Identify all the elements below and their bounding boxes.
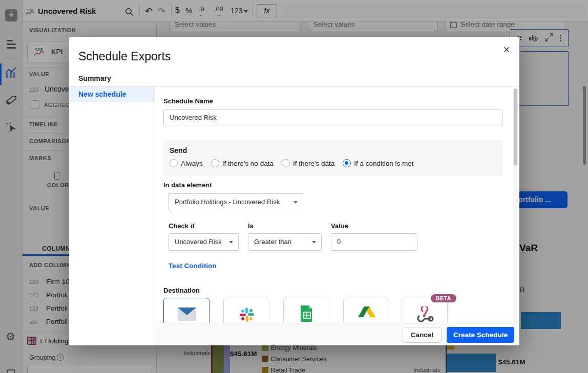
in-data-element-label: In data element (163, 181, 212, 189)
radio-label[interactable]: If a condition is met (354, 160, 413, 167)
radio-label[interactable]: Always (181, 160, 203, 167)
send-section: Send Always If there's no data If there'… (163, 140, 502, 176)
send-label: Send (170, 146, 187, 155)
beta-badge: BETA (431, 294, 456, 302)
create-schedule-button[interactable]: Create Schedule (447, 327, 514, 343)
close-icon[interactable]: ✕ (500, 44, 513, 56)
check-if-select[interactable]: Uncovered Risk (169, 233, 239, 251)
schedule-name-input[interactable]: Uncovered Risk (163, 109, 502, 125)
radio-label[interactable]: If there's data (293, 160, 334, 167)
summary-label: Summary (78, 74, 111, 82)
modal-sidebar: New schedule (69, 86, 155, 345)
schedule-exports-modal: Schedule Exports ✕ Summary New schedule … (69, 37, 519, 345)
schedule-name-label: Schedule Name (163, 97, 213, 105)
modal-scrollbar-thumb[interactable] (514, 89, 517, 165)
is-label: Is (248, 222, 254, 230)
radio-condition-met[interactable] (343, 159, 351, 167)
modal-content: Schedule Name Uncovered Risk Send Always… (155, 86, 519, 345)
data-element-select[interactable]: Portfolio Holdings - Uncovered Risk (169, 193, 303, 210)
slack-icon (239, 306, 255, 323)
sidebar-item-new-schedule[interactable]: New schedule (69, 86, 155, 102)
is-select[interactable]: Greater than (248, 233, 322, 251)
value-input[interactable]: 0 (331, 233, 417, 251)
email-icon (178, 308, 196, 321)
modal-title: Schedule Exports (78, 50, 171, 63)
value-label: Value (331, 222, 348, 230)
test-condition-link[interactable]: Test Condition (169, 262, 217, 270)
google-sheets-icon (301, 305, 313, 322)
radio-no-data[interactable] (211, 159, 219, 167)
google-drive-icon (358, 306, 375, 322)
modal-footer: Cancel Create Schedule (155, 323, 519, 345)
send-radio-group: Always If there's no data If there's dat… (170, 159, 497, 167)
cancel-button[interactable]: Cancel (403, 327, 442, 343)
check-if-label: Check if (169, 222, 195, 230)
app-screen: + ⚙ (0, 0, 588, 373)
destination-label: Destination (163, 287, 200, 294)
sidebar-item-label: New schedule (78, 90, 126, 98)
radio-always[interactable] (170, 159, 178, 167)
radio-label[interactable]: If there's no data (222, 160, 274, 167)
webhook-icon (416, 306, 434, 323)
radio-has-data[interactable] (282, 159, 290, 167)
